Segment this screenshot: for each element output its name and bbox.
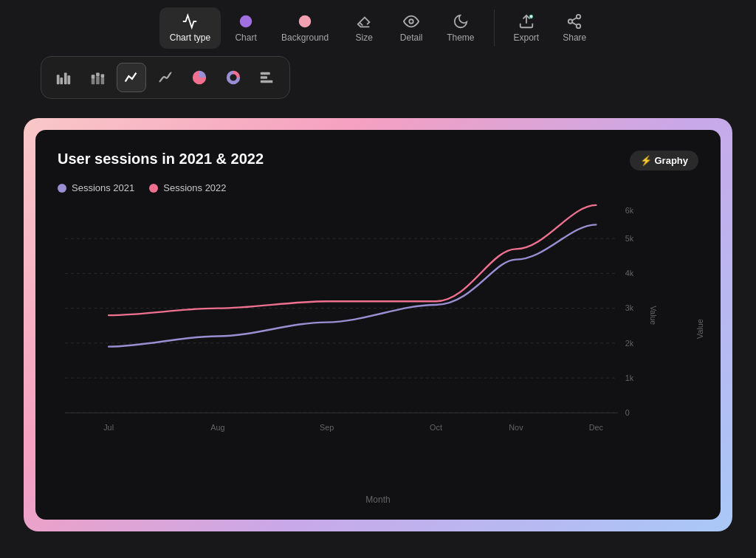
chart-type-btn-line-smooth[interactable] xyxy=(151,63,180,92)
x-axis-label: Month xyxy=(58,495,698,505)
share-icon xyxy=(566,13,583,30)
line-icon xyxy=(123,69,140,86)
moon-icon xyxy=(453,13,469,30)
legend-item-2021: Sessions 2021 xyxy=(58,182,134,193)
toolbar-item-chart-type[interactable]: Chart type xyxy=(159,7,221,49)
chart-svg: 0 1k 2k 3k 4k 5k 6k Jul Aug Sep Oct Nov … xyxy=(65,204,662,455)
svg-line-2 xyxy=(360,23,363,26)
svg-text:Nov: Nov xyxy=(509,423,523,432)
toolbar-label-size: Size xyxy=(355,32,372,43)
chart-title: User sessions in 2021 & 2022 xyxy=(58,151,264,168)
export-icon xyxy=(518,13,535,30)
chart-area: 0 1k 2k 3k 4k 5k 6k Jul Aug Sep Oct Nov … xyxy=(58,204,698,477)
svg-text:6k: 6k xyxy=(625,206,634,215)
svg-text:5k: 5k xyxy=(625,234,634,243)
line-chart-icon xyxy=(182,13,198,30)
svg-rect-19 xyxy=(96,73,100,77)
toolbar-item-chart[interactable]: Chart xyxy=(224,7,268,49)
chart-type-btn-bar-grouped[interactable] xyxy=(49,63,78,92)
donut-icon xyxy=(225,69,241,86)
svg-point-1 xyxy=(299,16,312,28)
svg-point-7 xyxy=(577,15,581,19)
svg-text:2k: 2k xyxy=(625,339,634,348)
svg-text:1k: 1k xyxy=(625,373,634,382)
toolbar: Chart type Chart Background Size Detail xyxy=(0,0,756,56)
svg-rect-13 xyxy=(60,78,63,84)
toolbar-label-chart: Chart xyxy=(235,32,256,43)
toolbar-label-chart-type: Chart type xyxy=(170,32,210,43)
chart-type-btn-line[interactable] xyxy=(117,63,146,92)
svg-rect-14 xyxy=(64,73,67,85)
bar-stacked-icon xyxy=(89,69,106,86)
svg-point-0 xyxy=(240,16,252,28)
chart-header: User sessions in 2021 & 2022 ⚡ Graphy xyxy=(58,151,698,170)
legend-label-2021: Sessions 2021 xyxy=(72,182,134,193)
line-smooth-icon xyxy=(157,69,173,86)
svg-rect-23 xyxy=(261,76,267,79)
graphy-badge: ⚡ Graphy xyxy=(630,151,698,170)
svg-text:Oct: Oct xyxy=(430,423,442,432)
gradient-background: User sessions in 2021 & 2022 ⚡ Graphy Se… xyxy=(24,118,732,531)
svg-text:Sep: Sep xyxy=(320,423,334,432)
svg-rect-17 xyxy=(92,75,95,79)
svg-text:Jul: Jul xyxy=(103,423,114,432)
toolbar-item-share[interactable]: Share xyxy=(552,7,597,49)
svg-rect-18 xyxy=(96,76,100,84)
toolbar-item-theme[interactable]: Theme xyxy=(436,7,484,49)
y-axis-label: Value xyxy=(695,319,704,339)
chart-type-bar xyxy=(41,56,290,99)
toolbar-label-theme: Theme xyxy=(447,32,474,43)
legend-dot-2022 xyxy=(149,184,158,193)
bar-grouped-icon xyxy=(55,69,72,86)
svg-point-9 xyxy=(577,24,581,28)
eraser-icon xyxy=(356,13,372,30)
eye-icon xyxy=(403,13,419,30)
svg-text:4k: 4k xyxy=(625,269,634,278)
circle-pink-icon xyxy=(297,13,313,30)
svg-line-10 xyxy=(572,22,577,25)
toolbar-label-export: Export xyxy=(514,32,540,43)
svg-point-8 xyxy=(568,19,573,24)
svg-rect-20 xyxy=(101,78,105,84)
legend-item-2022: Sessions 2022 xyxy=(149,182,226,193)
chart-type-btn-bar-stacked[interactable] xyxy=(83,63,112,92)
svg-rect-21 xyxy=(101,74,105,78)
pie-icon xyxy=(191,69,207,86)
svg-text:Dec: Dec xyxy=(589,423,604,432)
svg-rect-24 xyxy=(261,80,273,83)
chart-type-btn-donut[interactable] xyxy=(219,63,248,92)
toolbar-item-size[interactable]: Size xyxy=(342,7,386,49)
chart-card: User sessions in 2021 & 2022 ⚡ Graphy Se… xyxy=(35,130,721,520)
svg-rect-16 xyxy=(92,79,95,84)
bar-horizontal-icon xyxy=(259,69,275,86)
main-area: User sessions in 2021 & 2022 ⚡ Graphy Se… xyxy=(0,106,756,558)
toolbar-label-share: Share xyxy=(563,32,586,43)
svg-point-3 xyxy=(409,19,413,24)
toolbar-item-detail[interactable]: Detail xyxy=(389,7,433,49)
svg-rect-22 xyxy=(261,72,270,75)
legend-label-2022: Sessions 2022 xyxy=(163,182,226,193)
circle-purple-icon xyxy=(238,13,254,30)
toolbar-label-detail: Detail xyxy=(400,32,423,43)
toolbar-label-background: Background xyxy=(281,32,329,43)
toolbar-item-export[interactable]: Export xyxy=(504,7,550,49)
chart-type-btn-pie[interactable] xyxy=(185,63,214,92)
toolbar-item-background[interactable]: Background xyxy=(271,7,339,49)
svg-text:Value: Value xyxy=(649,306,658,325)
svg-text:0: 0 xyxy=(625,408,630,417)
chart-type-btn-bar-horizontal[interactable] xyxy=(252,63,282,92)
svg-rect-12 xyxy=(57,75,60,84)
legend-dot-2021 xyxy=(58,184,66,193)
y-axis-label-container: Value xyxy=(695,204,704,455)
svg-rect-15 xyxy=(68,75,71,84)
svg-text:3k: 3k xyxy=(625,304,634,313)
chart-legend: Sessions 2021 Sessions 2022 xyxy=(58,182,698,193)
svg-text:Aug: Aug xyxy=(210,423,224,432)
svg-line-11 xyxy=(572,18,577,21)
toolbar-divider xyxy=(494,10,495,46)
